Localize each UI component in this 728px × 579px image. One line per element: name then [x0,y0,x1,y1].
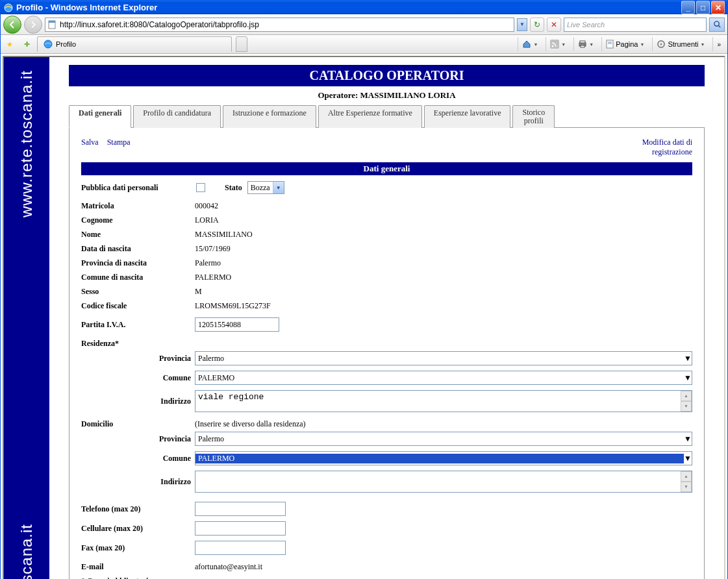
print-button[interactable]: ▼ [573,37,597,51]
svg-point-3 [714,21,718,26]
stato-select[interactable]: Bozza ▼ [247,181,284,194]
tab-storico-profili[interactable]: Storicoprofili [512,105,555,128]
scroll-down-icon[interactable]: ▼ [681,401,692,412]
tab-toolbar: ★ ✚ Profilo ▼ ▼ ▼ Pagina ▼ Stru [1,35,727,54]
data-nascita-value: 15/07/1969 [195,244,231,254]
com-nascita-value: PALERMO [195,273,231,282]
sidebar: www.rete.toscana.it toscana.it [4,57,49,579]
browser-tab[interactable]: Profilo [37,36,232,52]
sidebar-domain: www.rete.toscana.it [18,70,36,217]
com-nascita-label: Comune di nascita [81,273,195,282]
search-box[interactable]: Live Search [564,18,707,32]
tabs-row: Dati generali Profilo di candidatura Ist… [69,105,705,128]
home-button[interactable]: ▼ [518,37,542,51]
add-favorite-icon[interactable]: ✚ [20,38,33,51]
section-header: Dati generali [81,162,692,175]
svg-rect-10 [581,45,584,47]
dom-comune-label: Comune [81,454,195,463]
res-comune-label: Comune [81,373,195,383]
dom-provincia-select[interactable]: Palermo▼ [195,432,692,446]
domicilio-hint: (Inserire se diverso dalla residenza) [195,419,306,429]
maximize-button[interactable]: □ [696,1,710,14]
res-indirizzo-label: Indirizzo [81,397,195,406]
scroll-down-icon[interactable]: ▼ [681,482,692,492]
stop-button[interactable]: ✕ [547,18,561,32]
scroll-up-icon[interactable]: ▲ [681,391,692,401]
chevron-down-icon: ▼ [684,354,692,363]
res-indirizzo-input[interactable]: viale regione▲▼ [195,390,692,412]
url-input[interactable] [60,20,512,29]
data-nascita-label: Data di nascita [81,244,195,254]
fax-input[interactable] [195,541,286,555]
rss-button[interactable]: ▼ [546,37,570,51]
forward-button[interactable] [24,16,42,34]
cellulare-label: Cellulare (max 20) [81,524,195,534]
chevron-down-icon: ▼ [273,182,284,193]
search-button[interactable] [709,18,725,32]
obblig-note: * Campi obbligatori [81,576,195,579]
modifica-link[interactable]: Modifica dati diregistrazione [642,138,692,157]
cf-label: Codice fiscale [81,301,195,311]
scroll-up-icon[interactable]: ▲ [681,471,692,482]
back-button[interactable] [3,16,21,34]
tab-dati-generali[interactable]: Dati generali [69,105,131,128]
pubblica-label: Pubblica dati personali [81,183,195,193]
tab-esperienze-lavorative[interactable]: Esperienze lavorative [424,105,511,128]
prov-nascita-value: Palermo [195,258,221,268]
refresh-button[interactable]: ↻ [530,18,544,32]
piva-label: Partita I.V.A. [81,320,195,330]
tab-istruzione-formazione[interactable]: Istruzione e formazione [223,105,316,128]
svg-line-4 [718,25,720,27]
ie-window: Profilo - Windows Internet Explorer _ □ … [0,0,728,579]
stampa-link[interactable]: Stampa [107,138,131,147]
res-provincia-select[interactable]: Palermo▼ [195,351,692,365]
ie-page-icon [43,39,53,49]
dom-comune-select[interactable]: PALERMO▼ [195,451,692,465]
page-icon [47,19,57,30]
minimize-button[interactable]: _ [681,1,695,14]
piva-input[interactable]: 12051554088 [195,317,279,332]
fax-label: Fax (max 20) [81,543,195,553]
window-title: Profilo - Windows Internet Explorer [16,3,681,12]
res-provincia-label: Provincia [81,354,195,363]
domicilio-label: Domicilio [81,419,195,429]
nome-value: MASSIMILIANO [195,230,253,240]
dom-provincia-label: Provincia [81,434,195,444]
email-value: afortunato@easyint.it [195,562,262,572]
telefono-label: Telefono (max 20) [81,504,195,514]
close-button[interactable]: ✕ [711,1,725,14]
more-button[interactable]: » [712,37,725,51]
panel-dati-generali: Salva Stampa Modifica dati diregistrazio… [69,128,705,579]
cognome-label: Cognome [81,216,195,225]
page-menu[interactable]: Pagina ▼ [601,37,648,51]
url-dropdown[interactable]: ▼ [517,18,527,31]
tab-profilo-candidatura[interactable]: Profilo di candidatura [133,105,221,128]
res-comune-select[interactable]: PALERMO▼ [195,371,692,385]
nome-label: Nome [81,230,195,240]
salva-link[interactable]: Salva [81,138,99,147]
dom-indirizzo-label: Indirizzo [81,477,195,487]
pubblica-checkbox[interactable] [196,183,205,192]
cf-value: LROMSM69L15G273F [195,301,271,311]
page-title: CATALOGO OPERATORI [69,65,705,86]
favorites-star-icon[interactable]: ★ [3,38,16,51]
svg-point-15 [660,43,662,45]
new-tab-button[interactable] [236,36,247,52]
chevron-down-icon: ▼ [684,434,692,444]
matricola-label: Matricola [81,201,195,211]
stato-label: Stato [225,183,242,193]
cognome-value: LORIA [195,216,219,225]
main-content: CATALOGO OPERATORI Operatore: MASSIMILIA… [49,57,724,579]
cellulare-input[interactable] [195,521,286,536]
tools-menu[interactable]: Strumenti ▼ [652,37,709,51]
dom-indirizzo-input[interactable]: ▲▼ [195,471,692,493]
title-bar[interactable]: Profilo - Windows Internet Explorer _ □ … [1,1,727,14]
operator-line: Operatore: MASSIMILIANO LORIA [69,86,705,105]
matricola-value: 000042 [195,201,218,211]
residenza-label: Residenza* [81,339,195,349]
address-bar [45,18,514,32]
telefono-input[interactable] [195,502,286,516]
tab-altre-esperienze[interactable]: Altre Esperienze formative [318,105,422,128]
tab-title: Profilo [56,40,76,48]
svg-rect-2 [49,21,55,23]
